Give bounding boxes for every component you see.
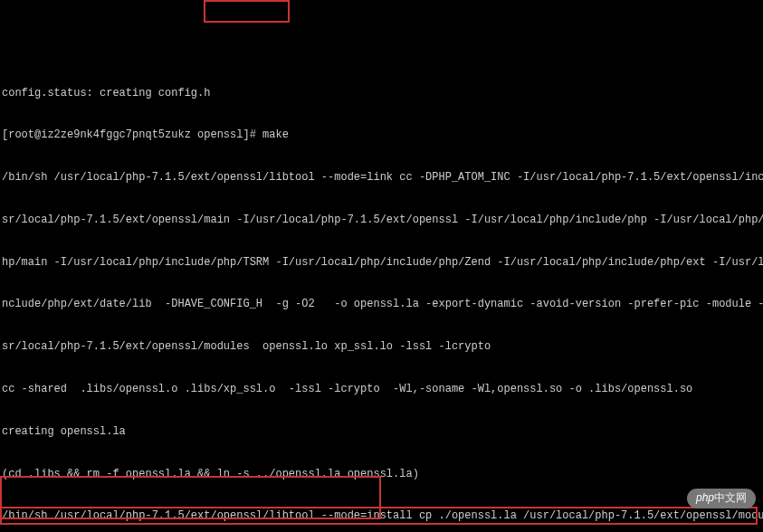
terminal-line: (cd .libs && rm -f openssl.la && ln -s .… — [2, 468, 761, 482]
terminal-line: config.status: creating config.h — [2, 87, 761, 101]
watermark-badge: php中文网 — [687, 489, 756, 508]
terminal-line: sr/local/php-7.1.5/ext/openssl/modules o… — [2, 340, 761, 355]
watermark-php: php — [696, 491, 714, 504]
terminal-line: [root@iz2ze9nk4fggc7pnqt5zukz openssl]# … — [2, 128, 761, 143]
annotation-box-make-cmd — [204, 0, 290, 23]
terminal-line: /bin/sh /usr/local/php-7.1.5/ext/openssl… — [2, 509, 761, 524]
terminal-line: sr/local/php-7.1.5/ext/openssl/main -I/u… — [2, 214, 761, 228]
terminal-line: hp/main -I/usr/local/php/include/php/TSR… — [2, 256, 761, 271]
terminal-output[interactable]: config.status: creating config.h [root@i… — [0, 56, 763, 532]
terminal-line: /bin/sh /usr/local/php-7.1.5/ext/openssl… — [2, 171, 761, 185]
watermark-cn: 中文网 — [714, 491, 747, 504]
terminal-line: nclude/php/ext/date/lib -DHAVE_CONFIG_H … — [2, 298, 761, 312]
terminal-line: cc -shared .libs/openssl.o .libs/xp_ssl.… — [2, 383, 761, 397]
terminal-line: creating openssl.la — [2, 425, 761, 440]
